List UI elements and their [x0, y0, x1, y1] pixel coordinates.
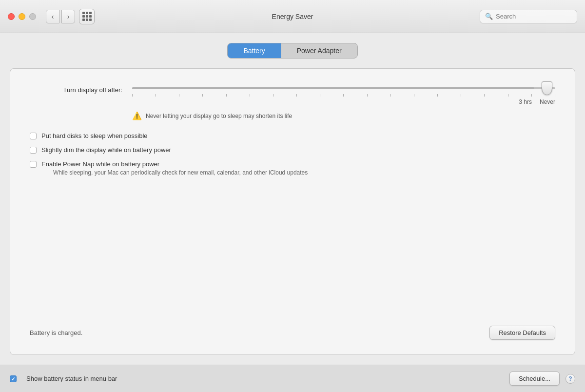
footer-bar: Show battery status in menu bar Schedule… [0, 365, 585, 392]
checkbox-row-power-nap: Enable Power Nap while on battery power … [30, 160, 555, 176]
slider-track [132, 87, 555, 89]
restore-defaults-button[interactable]: Restore Defaults [489, 326, 555, 340]
segment-control: Battery Power Adapter [227, 43, 357, 59]
slider-track-wrapper[interactable] [132, 83, 555, 93]
tab-segment: Battery Power Adapter [10, 43, 575, 59]
forward-button[interactable]: › [61, 10, 75, 23]
window-title: Energy Saver [272, 13, 313, 20]
footer-right: Schedule... ? [509, 372, 575, 386]
content-area: Battery Power Adapter Turn display off a… [0, 33, 585, 365]
search-icon: 🔍 [485, 13, 493, 20]
schedule-button[interactable]: Schedule... [509, 372, 560, 386]
warning-icon: ⚠️ [132, 111, 142, 120]
checkbox-group-dim-display: Slightly dim the display while on batter… [41, 146, 171, 154]
battery-status: Battery is charged. [30, 329, 82, 336]
checkbox-sublabel-power-nap: While sleeping, your Mac can periodicall… [53, 169, 308, 176]
warning-row: ⚠️ Never letting your display go to slee… [30, 111, 555, 120]
checkbox-group-power-nap: Enable Power Nap while on battery power … [41, 160, 308, 176]
checkbox-show-battery[interactable] [10, 375, 17, 382]
checkbox-power-nap[interactable] [30, 161, 37, 168]
checkbox-label-dim-display: Slightly dim the display while on batter… [41, 146, 171, 154]
slider-fill [132, 87, 534, 89]
close-button[interactable] [8, 13, 15, 20]
checkbox-row-hard-disks: Put hard disks to sleep when possible [30, 132, 555, 139]
bottom-area: Battery is charged. Restore Defaults [30, 316, 555, 340]
grid-button[interactable] [79, 9, 95, 24]
checkbox-row-dim-display: Slightly dim the display while on batter… [30, 146, 555, 154]
tab-battery[interactable]: Battery [228, 43, 281, 58]
show-battery-row: Show battery status in menu bar [10, 375, 117, 382]
slider-labels: 3 hrs Never [132, 98, 555, 105]
minimize-button[interactable] [19, 13, 25, 20]
nav-buttons: ‹ › [46, 10, 75, 23]
checkbox-label-power-nap: Enable Power Nap while on battery power [41, 160, 308, 168]
checkbox-group-hard-disks: Put hard disks to sleep when possible [41, 132, 148, 139]
traffic-lights [8, 13, 36, 20]
search-box[interactable]: 🔍 [480, 10, 577, 23]
slider-value-label: 3 hrs [519, 98, 532, 105]
slider-section: Turn display off after: [30, 83, 555, 105]
back-button[interactable]: ‹ [46, 10, 59, 23]
help-button[interactable]: ? [566, 374, 575, 384]
show-battery-label: Show battery status in menu bar [26, 375, 117, 382]
slider-ticks [132, 94, 555, 97]
warning-text: Never letting your display go to sleep m… [146, 113, 292, 119]
tab-power-adapter[interactable]: Power Adapter [281, 43, 357, 58]
titlebar: ‹ › Energy Saver 🔍 [0, 0, 585, 33]
slider-never-label: Never [540, 98, 555, 105]
slider-thumb[interactable] [542, 81, 552, 95]
slider-label: Turn display off after: [30, 86, 122, 94]
search-input[interactable] [496, 13, 572, 20]
slider-container: 3 hrs Never [132, 83, 555, 105]
checkbox-hard-disks[interactable] [30, 133, 37, 139]
checkbox-dim-display[interactable] [30, 147, 37, 154]
checkbox-section: Put hard disks to sleep when possible Sl… [30, 132, 555, 176]
maximize-button[interactable] [29, 13, 36, 20]
checkbox-label-hard-disks: Put hard disks to sleep when possible [41, 132, 148, 139]
main-panel: Turn display off after: [10, 68, 575, 355]
grid-icon [82, 12, 92, 21]
